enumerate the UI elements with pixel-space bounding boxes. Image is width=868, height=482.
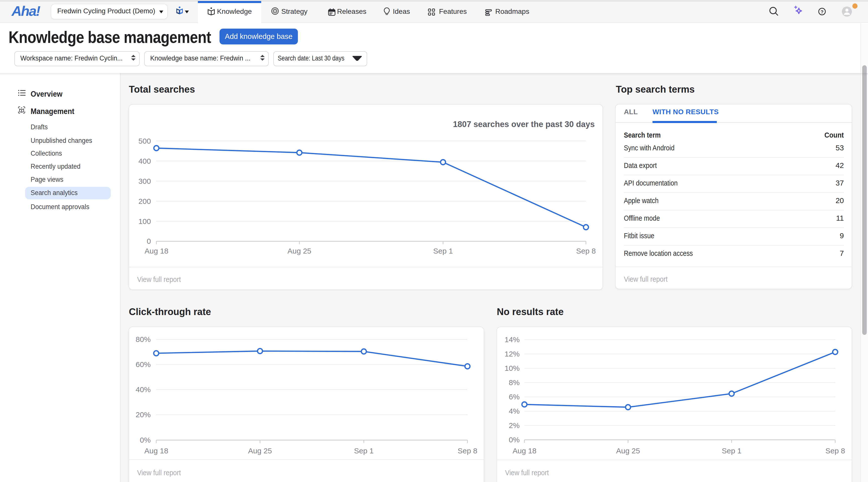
svg-text:Sep 8: Sep 8 <box>576 247 596 255</box>
svg-text:Aug 18: Aug 18 <box>513 447 536 455</box>
svg-text:10%: 10% <box>504 364 520 372</box>
svg-text:100: 100 <box>138 217 151 225</box>
svg-text:0%: 0% <box>140 436 151 444</box>
svg-text:40%: 40% <box>135 385 151 394</box>
svg-text:Aug 18: Aug 18 <box>145 447 168 455</box>
svg-text:Sep 1: Sep 1 <box>433 247 453 255</box>
svg-text:12%: 12% <box>504 350 520 358</box>
svg-text:400: 400 <box>138 157 151 165</box>
svg-text:8%: 8% <box>509 378 520 387</box>
svg-text:0%: 0% <box>509 436 520 444</box>
svg-text:Aug 18: Aug 18 <box>145 247 168 255</box>
svg-text:14%: 14% <box>504 335 520 344</box>
svg-text:Sep 8: Sep 8 <box>458 447 477 455</box>
svg-text:20%: 20% <box>135 411 151 419</box>
svg-text:200: 200 <box>138 197 151 205</box>
svg-text:300: 300 <box>138 177 151 185</box>
svg-text:6%: 6% <box>509 393 520 401</box>
svg-text:Aug 25: Aug 25 <box>616 447 640 455</box>
svg-text:4%: 4% <box>509 407 520 415</box>
svg-text:Aug 25: Aug 25 <box>287 247 311 255</box>
svg-text:60%: 60% <box>135 360 151 368</box>
svg-text:500: 500 <box>138 137 151 145</box>
svg-text:?: ? <box>820 9 824 14</box>
svg-text:Sep 1: Sep 1 <box>354 447 373 455</box>
svg-text:Sep 8: Sep 8 <box>825 447 845 455</box>
svg-text:Aug 25: Aug 25 <box>248 447 272 455</box>
svg-text:2%: 2% <box>509 421 520 429</box>
svg-text:80%: 80% <box>135 335 151 344</box>
svg-text:Sep 1: Sep 1 <box>722 447 741 455</box>
svg-text:0: 0 <box>147 237 151 245</box>
